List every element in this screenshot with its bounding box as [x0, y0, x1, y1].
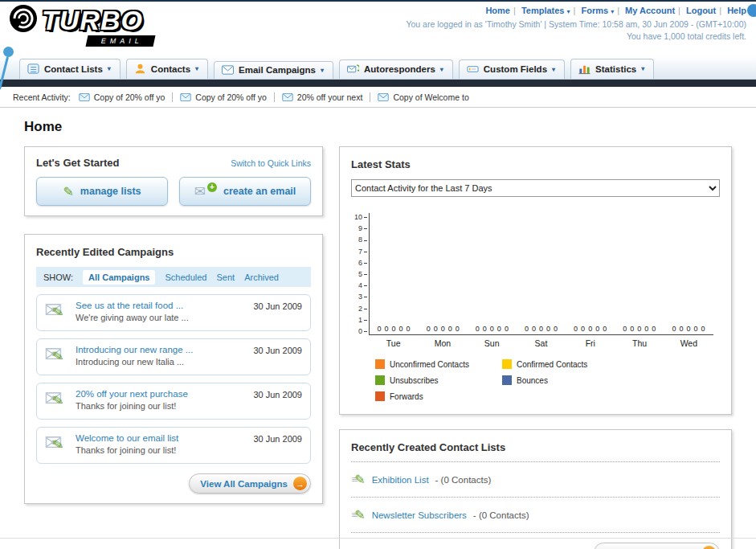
tab-sent[interactable]: Sent	[216, 272, 235, 282]
link-separator: |	[574, 6, 576, 15]
chart-value-label: 0	[505, 325, 509, 333]
campaigns-title: Recently Edited Campaigns	[36, 246, 174, 258]
top-link-templates[interactable]: Templates	[521, 6, 565, 15]
tab-scheduled[interactable]: Scheduled	[165, 272, 206, 282]
chart-value-label: 0	[490, 325, 494, 333]
link-separator: |	[513, 6, 516, 15]
campaign-row: ✉✎ Welcome to our email list Thanks for …	[36, 427, 311, 464]
campaign-envelope-pencil-icon: ✉✎	[44, 302, 70, 325]
legend-item: Forwards	[375, 391, 502, 401]
y-axis-tick-label: 6	[351, 259, 367, 267]
see-all-contact-lists-button[interactable]: See All Contact Lists →	[594, 543, 720, 549]
recent-activity-item[interactable]: Copy of 20% off yo	[79, 92, 166, 102]
nav-tab-label: Email Campaigns	[239, 65, 316, 75]
logo-text: TURBO	[42, 5, 143, 36]
x-axis-day-label: Wed	[664, 338, 713, 348]
legend-item: Bounces	[502, 375, 629, 385]
chart-value-label: 0	[554, 325, 558, 333]
dotted-divider	[351, 497, 720, 498]
item-divider	[172, 92, 173, 102]
top-link-home[interactable]: Home	[485, 6, 510, 15]
x-axis-day-label: Fri	[566, 338, 615, 348]
chart-value-label: 0	[392, 325, 396, 333]
campaign-envelope-pencil-icon: ✉✎	[44, 391, 70, 413]
plus-icon: +	[207, 182, 217, 192]
nav-tab-contact-lists[interactable]: Contact Lists ▾	[19, 59, 121, 79]
get-started-title: Let's Get Started	[36, 157, 120, 169]
contact-list-link[interactable]: Newsletter Subscribers	[372, 510, 467, 520]
chevron-down-icon: ▾	[641, 65, 644, 72]
top-link-logout[interactable]: Logout	[686, 6, 716, 15]
chart-value-label: 0	[483, 325, 487, 333]
nav-tab-label: Autoresponders	[364, 64, 435, 74]
chart-value-label: 0	[378, 325, 382, 333]
nav-tab-statistics[interactable]: Statistics ▾	[570, 59, 654, 79]
chart-bar-group: 00000	[419, 213, 468, 334]
nav-tab-email-campaigns[interactable]: Email Campaigns ▾	[214, 61, 333, 79]
nav-tab-autoresponders[interactable]: Autoresponders ▾	[339, 59, 453, 79]
recent-activity-item[interactable]: Copy of 20% off yo	[180, 92, 267, 102]
recent-activity-bar: Recent Activity: Copy of 20% off yo Copy…	[0, 87, 756, 108]
chart-bar-group: 00000	[664, 213, 713, 334]
y-axis-tick-label: 4	[351, 281, 367, 289]
chart-value-label: 0	[623, 325, 627, 333]
nav-tab-label: Contact Lists	[44, 64, 103, 74]
credits-info: You have 1,000 total credits left.	[406, 31, 746, 41]
top-links: Home| Templates ▾| Forms ▾| My Account| …	[406, 6, 746, 15]
latest-stats-title: Latest Stats	[351, 158, 411, 170]
campaign-date: 30 Jun 2009	[253, 346, 302, 355]
chart-value-label: 0	[652, 325, 656, 333]
y-axis-tick-label: 8	[351, 236, 367, 244]
stats-period-select[interactable]: Contact Activity for the Last 7 Days	[351, 179, 720, 197]
nav-tab-custom-fields[interactable]: Custom Fields ▾	[459, 59, 565, 79]
tab-archived[interactable]: Archived	[244, 272, 279, 282]
chart-value-label: 0	[574, 325, 578, 333]
y-axis-tick-label: 3	[351, 293, 367, 301]
switch-quick-links-link[interactable]: Switch to Quick Links	[231, 158, 311, 168]
create-email-button[interactable]: ✉ + create an email	[179, 177, 311, 206]
chart-bar-group: 00000	[517, 213, 566, 334]
contact-list-link[interactable]: Exhibition List	[372, 475, 429, 485]
nav-tab-contacts[interactable]: Contacts ▾	[126, 59, 208, 79]
arrow-right-icon: →	[702, 546, 716, 549]
campaign-row: ✉✎ See us at the retail food ... We're g…	[36, 294, 311, 331]
chart-x-axis: TueMonSunSatFriThuWed	[369, 338, 713, 348]
nav-tab-label: Contacts	[151, 64, 190, 74]
chart-value-label: 0	[546, 325, 550, 333]
top-link-help[interactable]: Help	[727, 6, 746, 15]
recent-activity-text: 20% off your next	[297, 92, 363, 102]
campaign-filter-tabs: SHOW: All Campaigns Scheduled Sent Archi…	[36, 267, 311, 287]
decor-bubble-right-icon	[747, 4, 756, 17]
view-all-campaigns-button[interactable]: View All Campaigns →	[189, 473, 311, 494]
x-axis-day-label: Sat	[517, 338, 566, 348]
contact-lists-icon	[27, 63, 39, 75]
chart-value-label: 0	[588, 325, 592, 333]
recent-activity-item[interactable]: Copy of Welcome to	[378, 92, 468, 102]
header-right: Home| Templates ▾| Forms ▾| My Account| …	[406, 6, 746, 41]
y-axis-tick-label: 7	[351, 248, 367, 256]
campaign-envelope-pencil-icon: ✉✎	[44, 435, 70, 457]
chart-value-label: 0	[399, 325, 403, 333]
chart-value-label: 0	[385, 325, 389, 333]
recent-activity-text: Copy of 20% off yo	[195, 92, 267, 102]
chart-value-label: 0	[637, 325, 641, 333]
chevron-down-icon: ▾	[440, 66, 443, 73]
contact-list-row: ≡ ✎ Exhibition List - (0 Contacts)	[351, 469, 720, 490]
chart-value-label: 0	[441, 325, 445, 333]
recent-activity-item[interactable]: 20% off your next	[282, 92, 363, 102]
logo-swoosh-icon	[8, 3, 39, 37]
arrow-right-icon: →	[293, 477, 307, 490]
chart-value-label: 0	[581, 325, 585, 333]
top-link-my-account[interactable]: My Account	[625, 6, 675, 15]
tab-all-campaigns[interactable]: All Campaigns	[83, 270, 155, 285]
manage-lists-button[interactable]: ✎ manage lists	[36, 177, 168, 206]
recent-campaigns-panel: Recently Edited Campaigns SHOW: All Camp…	[24, 234, 323, 504]
nav-tab-label: Statistics	[595, 64, 636, 74]
top-link-forms[interactable]: Forms	[581, 6, 608, 15]
campaign-date: 30 Jun 2009	[253, 434, 302, 444]
campaign-subtitle: Thanks for joining our list!	[76, 401, 302, 411]
contact-list-row: ≡ ✎ Newsletter Subscribers - (0 Contacts…	[351, 505, 720, 525]
campaign-date: 30 Jun 2009	[253, 390, 302, 399]
chart-bar-group: 00000	[566, 213, 615, 334]
dotted-divider	[351, 461, 720, 462]
